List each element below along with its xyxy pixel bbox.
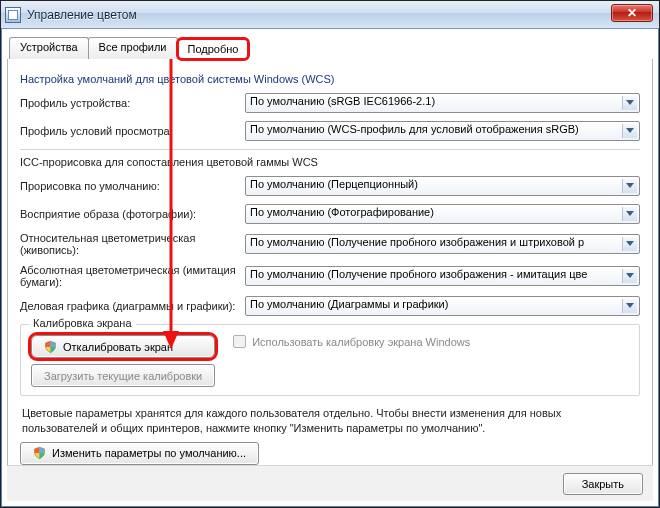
tab-bar: Устройства Все профили Подробно [7,35,653,60]
use-windows-calibration-checkbox[interactable] [233,335,246,348]
window-title: Управление цветом [27,8,137,22]
row-default-intent: Прорисовка по умолчанию: По умолчанию (П… [20,176,640,196]
rel-colorimetric-combo[interactable]: По умолчанию (Получение пробного изображ… [245,234,640,254]
row-business-graphics: Деловая графика (диаграммы и графики): П… [20,296,640,316]
perceptual-combo[interactable]: По умолчанию (Фотографирование) [245,204,640,224]
device-profile-value: По умолчанию (sRGB IEC61966-2.1) [245,93,640,113]
rel-colorimetric-value: По умолчанию (Получение пробного изображ… [245,234,640,254]
viewing-profile-value: По умолчанию (WCS-профиль для условий от… [245,121,640,141]
calibration-group: Калибровка экрана Откалибровать экран [20,324,640,396]
separator [20,149,640,150]
perceptual-value: По умолчанию (Фотографирование) [245,204,640,224]
tab-devices[interactable]: Устройства [9,37,89,59]
device-profile-combo[interactable]: По умолчанию (sRGB IEC61966-2.1) [245,93,640,113]
business-graphics-label: Деловая графика (диаграммы и графики): [20,300,245,312]
shield-icon [33,446,46,460]
abs-colorimetric-value: По умолчанию (Получение пробного изображ… [245,266,640,286]
calibration-legend: Калибровка экрана [29,317,136,329]
row-viewing-profile: Профиль условий просмотра: По умолчанию … [20,121,640,141]
row-rel-colorimetric: Относительная цветометрическая (живопись… [20,232,640,256]
wcs-defaults-heading: Настройка умолчаний для цветовой системы… [20,73,640,85]
close-icon: ✕ [627,6,637,20]
titlebar[interactable]: Управление цветом ✕ [1,1,659,29]
viewing-profile-label: Профиль условий просмотра: [20,125,245,137]
icc-heading: ICC-прорисовка для сопоставления цветово… [20,156,640,168]
footnote-text: Цветовые параметры хранятся для каждого … [22,406,638,436]
close-button[interactable]: Закрыть [563,473,643,495]
advanced-panel: Настройка умолчаний для цветовой системы… [7,59,653,474]
color-management-window: Управление цветом ✕ Устройства Все профи… [0,0,660,508]
use-windows-calibration-row: Использовать калибровку экрана Windows [233,335,470,348]
viewing-profile-combo[interactable]: По умолчанию (WCS-профиль для условий от… [245,121,640,141]
calibrate-display-label: Откалибровать экран [63,341,173,353]
client-area: Устройства Все профили Подробно Настройк… [7,35,653,501]
load-calibrations-label: Загрузить текущие калибровки [44,370,202,382]
row-perceptual: Восприятие образа (фотографии): По умолч… [20,204,640,224]
change-defaults-label: Изменить параметры по умолчанию... [52,447,246,459]
change-defaults-button[interactable]: Изменить параметры по умолчанию... [20,442,259,465]
tab-advanced[interactable]: Подробно [177,38,250,60]
row-abs-colorimetric: Абсолютная цветометрическая (имитация бу… [20,264,640,288]
calibrate-display-button[interactable]: Откалибровать экран [31,335,215,358]
shield-icon [44,340,57,354]
business-graphics-combo[interactable]: По умолчанию (Диаграммы и графики) [245,296,640,316]
default-intent-label: Прорисовка по умолчанию: [20,180,245,192]
default-intent-value: По умолчанию (Перцепционный) [245,176,640,196]
window-close-button[interactable]: ✕ [611,4,653,22]
rel-colorimetric-label: Относительная цветометрическая (живопись… [20,232,245,256]
default-intent-combo[interactable]: По умолчанию (Перцепционный) [245,176,640,196]
app-icon [5,7,21,23]
use-windows-calibration-label: Использовать калибровку экрана Windows [252,336,470,348]
perceptual-label: Восприятие образа (фотографии): [20,208,245,220]
tab-all-profiles[interactable]: Все профили [88,37,178,59]
abs-colorimetric-label: Абсолютная цветометрическая (имитация бу… [20,264,245,288]
business-graphics-value: По умолчанию (Диаграммы и графики) [245,296,640,316]
dialog-bottom-bar: Закрыть [7,465,653,501]
device-profile-label: Профиль устройства: [20,97,245,109]
load-calibrations-button[interactable]: Загрузить текущие калибровки [31,364,215,387]
abs-colorimetric-combo[interactable]: По умолчанию (Получение пробного изображ… [245,266,640,286]
row-device-profile: Профиль устройства: По умолчанию (sRGB I… [20,93,640,113]
